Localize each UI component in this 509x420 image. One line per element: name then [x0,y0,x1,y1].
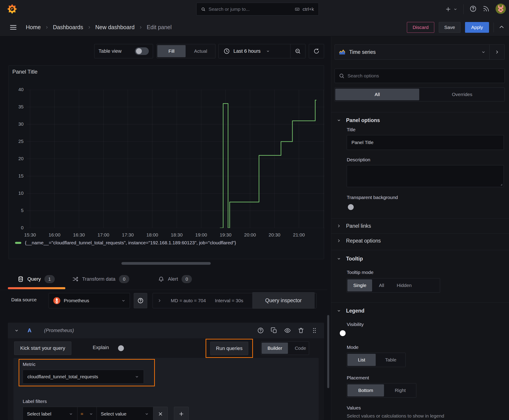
viz-suggestions-button[interactable] [490,45,504,60]
legend-series-label[interactable]: {__name__="cloudflared_tunnel_total_requ… [25,240,236,246]
refresh-button[interactable] [309,44,324,58]
placement-bottom-option[interactable]: Bottom [347,384,384,397]
discard-button[interactable]: Discard [407,22,434,33]
save-button[interactable]: Save [439,22,461,33]
query-datasource-hint: (Prometheus) [44,328,74,333]
resize-corner-icon[interactable] [499,182,503,186]
collapse-pane-button[interactable] [498,23,505,31]
tooltip-hidden-option[interactable]: Hidden [391,279,418,292]
breadcrumb-new-dashboard[interactable]: New dashboard [95,24,135,30]
legend-mode-switch: List Table [347,353,406,367]
help-button[interactable] [470,5,477,13]
description-field[interactable] [347,165,504,187]
nav-bar: Home Dashboards New dashboard Edit panel… [0,18,509,36]
chevron-right-icon[interactable] [157,298,162,303]
prometheus-icon [53,297,61,304]
news-button[interactable] [483,5,490,13]
select-value-dropdown[interactable]: Select value [97,407,153,420]
pane-resize-handle[interactable] [122,262,211,265]
new-menu-button[interactable] [445,6,458,12]
builder-option[interactable]: Builder [262,343,288,354]
datasource-help-button[interactable] [134,293,147,308]
options-search-input[interactable] [348,73,501,79]
kickstart-query-button[interactable]: Kick start your query [14,341,71,355]
datasource-picker[interactable]: Prometheus [49,293,130,308]
remove-filter-button[interactable] [153,407,168,420]
metric-select[interactable]: cloudflared_tunnel_total_requests [23,370,144,384]
code-option[interactable]: Code [289,343,309,354]
shuffle-icon [72,276,79,282]
tab-alert[interactable]: Alert 0 [158,275,192,283]
chevron-down-icon [266,49,270,53]
mode-list-option[interactable]: List [347,354,376,366]
actual-option[interactable]: Actual [187,45,215,57]
copy-icon[interactable] [271,327,277,334]
x-axis-tick: 21:00 [289,232,309,238]
tab-transform-label: Transform data [82,276,115,282]
operator-dropdown[interactable]: = [77,407,97,420]
legend-placement-switch: Bottom Right [347,383,416,398]
chevron-down-icon [144,412,149,416]
tab-transform[interactable]: Transform data 0 [72,275,129,283]
zoom-out-button[interactable] [290,44,305,58]
filter-overrides-tab[interactable]: Overrides [420,89,504,100]
divider [331,302,509,303]
repeat-options-header[interactable]: Repeat options [337,233,381,248]
chevron-down-icon[interactable] [14,328,19,333]
tooltip-title: Tooltip [346,256,363,262]
placement-right-option[interactable]: Right [385,384,416,397]
run-queries-button[interactable]: Run queries [210,342,248,355]
trash-icon[interactable] [298,327,304,334]
options-sidebar: Time series All Overrides Panel options … [331,36,509,420]
placement-label: Placement [347,375,369,381]
breadcrumb-home[interactable]: Home [26,24,41,30]
panel-options-header[interactable]: Panel options [337,112,380,128]
chevron-right-icon [337,224,341,228]
search-icon [339,73,344,79]
global-search[interactable]: ctrl+k [196,3,319,15]
y-axis-tick: 15 [9,173,23,179]
options-search[interactable] [335,69,505,83]
mode-table-option[interactable]: Table [377,354,405,366]
legend-swatch[interactable] [15,242,21,244]
panel-title-input[interactable] [351,140,499,145]
add-filter-button[interactable] [174,407,189,420]
bell-icon [158,276,164,282]
select-label-dropdown[interactable]: Select label [23,407,77,420]
vertical-scrollbar[interactable] [327,315,329,388]
time-range-button[interactable]: Last 6 hours [219,44,290,58]
table-view-toggle[interactable] [135,47,149,55]
query-card-header[interactable]: A (Prometheus) [8,323,324,338]
description-label: Description [347,157,370,162]
breadcrumb-dashboards[interactable]: Dashboards [53,24,83,30]
panel-title-field[interactable] [347,135,504,150]
time-series-chart[interactable] [27,90,324,228]
help-icon[interactable] [257,327,264,334]
chevron-down-icon [481,50,486,54]
tooltip-single-option[interactable]: Single [347,279,372,292]
fill-option[interactable]: Fill [157,45,186,57]
grafana-logo[interactable] [7,4,17,14]
eye-icon[interactable] [284,327,291,334]
y-axis-tick: 25 [9,139,23,144]
tooltip-all-option[interactable]: All [373,279,390,292]
apply-button[interactable]: Apply [465,22,489,33]
viz-select-button[interactable]: Time series [335,45,489,60]
keyboard-icon [295,6,300,12]
user-avatar[interactable] [495,4,506,15]
datasource-name: Prometheus [64,298,118,303]
query-ref-id[interactable]: A [28,327,31,334]
tab-query[interactable]: Query 1 [17,275,55,283]
metric-value: cloudflared_tunnel_total_requests [27,374,135,379]
menu-toggle[interactable] [9,23,17,32]
filter-all-tab[interactable]: All [335,89,419,100]
legend-header[interactable]: Legend [337,303,365,318]
search-input[interactable] [208,7,291,12]
panel-links-header[interactable]: Panel links [337,218,371,233]
query-inspector-button[interactable]: Query inspector [252,292,315,309]
divider [494,22,494,32]
chevron-right-icon [495,50,500,54]
drag-handle-icon[interactable] [311,327,318,334]
y-axis-tick: 35 [9,104,23,110]
tooltip-header[interactable]: Tooltip [337,251,363,266]
